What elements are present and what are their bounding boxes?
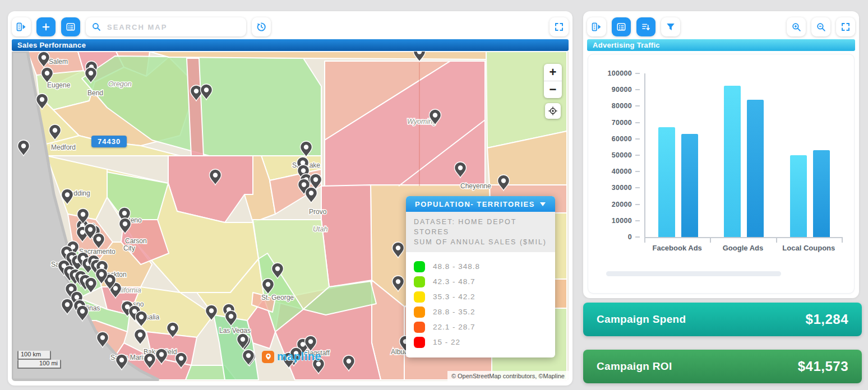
legend-item: 28.8 - 35.2 (414, 304, 547, 319)
map-pin[interactable] (414, 52, 426, 62)
legend-range-label: 22.1 - 28.7 (433, 323, 475, 331)
x-category-label: Facebook Ads (647, 244, 708, 252)
y-tick-mark (635, 236, 640, 238)
sort-button[interactable] (636, 17, 655, 36)
panel-toggle-button[interactable] (12, 17, 31, 36)
chart-horizontal-scrollbar[interactable] (606, 271, 781, 276)
map-toolbar (12, 16, 569, 38)
legend-item: 22.1 - 28.7 (414, 319, 547, 335)
chart-fullscreen-button[interactable] (836, 17, 855, 36)
map-city-label: Medford (51, 143, 76, 151)
chart-title-text: Advertising Traffic (593, 41, 660, 49)
mapline-wordmark: mapline (277, 350, 321, 363)
map-title: Sales Performance (12, 39, 569, 51)
map-city-label: Cheyenne (460, 182, 491, 190)
legend-swatch (414, 276, 425, 287)
y-tick-label: 20000 (612, 201, 632, 208)
bar-group (790, 150, 830, 237)
filter-button[interactable] (661, 17, 680, 36)
y-tick-label: 90000 (612, 86, 632, 94)
kpi-value: $41,573 (798, 359, 848, 374)
y-tick-mark (635, 89, 640, 90)
y-tick-label: 30000 (612, 184, 632, 192)
kpi-campaign-roi[interactable]: Campaign ROI $41,573 (583, 350, 862, 383)
legend-header[interactable]: POPULATION- TERRITORIES (406, 196, 555, 212)
data-list-button[interactable] (612, 17, 631, 36)
chart-title: Advertising Traffic (587, 39, 855, 51)
legend-swatch (414, 337, 425, 348)
chart-zoom-out-button[interactable] (811, 17, 830, 36)
map-city-label: Carson (125, 237, 147, 245)
legend-title: POPULATION- TERRITORIES (415, 200, 535, 208)
zoom-out-icon (816, 22, 827, 32)
bar-facebook-ads-s2[interactable] (681, 134, 698, 237)
territory-value-badge[interactable]: 74430 (91, 136, 127, 147)
y-tick-label: 80000 (612, 102, 632, 110)
chart-y-axis: 0100002000030000400005000060000700008000… (605, 73, 640, 237)
locate-icon (548, 106, 558, 116)
bar-local-coupons-s1[interactable] (790, 155, 807, 237)
x-tick-mark (776, 238, 777, 243)
chart-plot-area (644, 73, 843, 238)
map-pin[interactable] (135, 329, 146, 345)
legend-swatch (414, 307, 425, 318)
map-canvas[interactable]: SalemEugeneOregonBendMedfordReddingChico… (12, 52, 569, 381)
legend-swatch (414, 261, 425, 272)
map-city-label: City (123, 244, 135, 252)
map-title-text: Sales Performance (17, 41, 86, 49)
y-tick-label: 60000 (612, 135, 632, 143)
zoom-in-button[interactable]: + (544, 64, 562, 81)
legend-range-label: 28.8 - 35.2 (433, 308, 475, 316)
layers-list-button[interactable] (61, 17, 80, 36)
territory[interactable] (321, 185, 372, 287)
map-attribution: © OpenStreetMap contributors, ©Mapline (447, 371, 569, 381)
chart-zoom-in-button[interactable] (787, 17, 806, 36)
legend-item: 15 - 22 (414, 335, 547, 350)
chart-card: 0100002000030000400005000060000700008000… (588, 54, 855, 294)
y-tick-label: 10000 (612, 217, 632, 225)
zoom-out-button[interactable]: − (544, 81, 562, 98)
map-search[interactable] (86, 17, 246, 36)
y-tick-mark (635, 204, 640, 205)
history-icon (256, 21, 267, 32)
locate-button[interactable] (545, 103, 561, 119)
bar-google-ads-s1[interactable] (724, 86, 741, 237)
scale-km: 100 km (17, 351, 51, 360)
map-pin[interactable] (306, 187, 317, 203)
legend-range-label: 48.8 - 348.8 (433, 262, 480, 271)
bar-google-ads-s2[interactable] (747, 100, 764, 237)
legend-item: 42.3 - 48.7 (414, 274, 547, 289)
legend-dataset-line2: SUM OF ANNUAL SALES ($MIL) (414, 237, 547, 247)
bar-facebook-ads-s1[interactable] (658, 127, 675, 237)
history-button[interactable] (252, 17, 271, 36)
map-city-label: Las Vegas (219, 327, 251, 335)
kpi-campaign-spend[interactable]: Campaign Spend $1,284 (583, 303, 862, 336)
bar-local-coupons-s2[interactable] (813, 150, 830, 237)
fullscreen-icon (841, 22, 851, 32)
map-city-label: Salem (49, 58, 68, 66)
fullscreen-icon (554, 22, 564, 32)
panel-toggle-button-2[interactable] (587, 17, 606, 36)
map-fullscreen-button[interactable] (550, 17, 569, 36)
map-city-label: Eugene (47, 81, 71, 89)
legend-item: 35.3 - 42.2 (414, 289, 547, 304)
search-icon (91, 22, 101, 32)
y-tick-mark (635, 138, 640, 140)
chevron-down-icon (539, 202, 546, 207)
map-city-label: Utah (313, 225, 327, 233)
y-tick-mark (635, 122, 640, 123)
chart-x-axis-labels: Facebook AdsGoogle AdsLocal Coupons (644, 244, 842, 252)
chart-panel: Advertising Traffic 01000020000300004000… (583, 11, 859, 298)
map-city-label: Oregon (108, 80, 132, 88)
panel-toggle-icon (16, 21, 27, 32)
mapline-logo-icon (262, 351, 274, 363)
y-tick-label: 70000 (612, 119, 632, 127)
y-tick-mark (635, 187, 640, 188)
add-button[interactable] (36, 17, 56, 36)
y-tick-label: 50000 (612, 151, 632, 159)
panel-toggle-icon (591, 21, 602, 32)
legend-item: 48.8 - 348.8 (414, 259, 547, 274)
kpi-label: Campaign Spend (597, 313, 686, 326)
y-tick-mark (635, 220, 640, 221)
search-input[interactable] (106, 22, 241, 32)
